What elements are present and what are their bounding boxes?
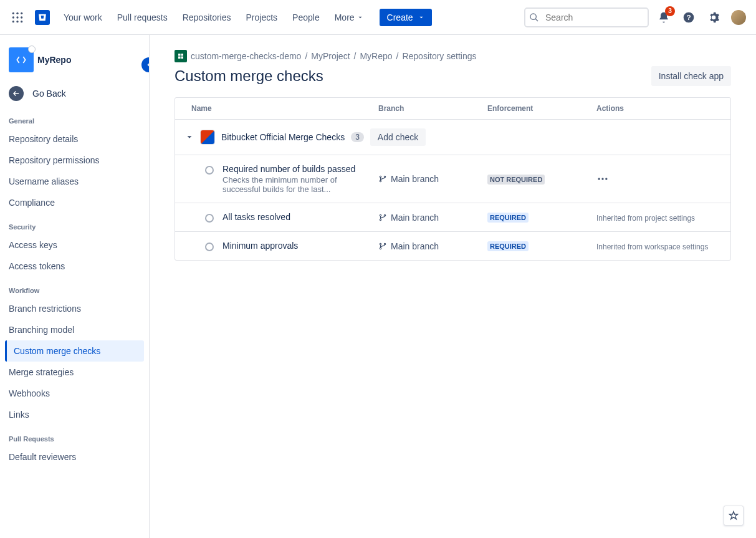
- radio-icon[interactable]: [205, 166, 214, 175]
- nav-more[interactable]: More: [328, 9, 370, 26]
- arrow-left-icon: [9, 86, 24, 101]
- repo-name: MyRepo: [37, 55, 71, 65]
- svg-point-7: [16, 21, 18, 22]
- svg-text:?: ?: [686, 13, 691, 21]
- workspace-icon: [175, 50, 187, 62]
- more-actions-button[interactable]: [596, 173, 720, 185]
- nav-pull-requests[interactable]: Pull requests: [111, 9, 174, 26]
- svg-point-27: [380, 247, 381, 249]
- radio-icon[interactable]: [205, 214, 214, 223]
- sidebar-item-access-tokens[interactable]: Access tokens: [0, 256, 149, 277]
- sidebar-item-merge-strategies[interactable]: Merge strategies: [0, 362, 149, 383]
- radio-icon[interactable]: [205, 243, 214, 251]
- actions-cell: Inherited from workspace settings: [596, 241, 720, 251]
- sidebar-item-compliance[interactable]: Compliance: [0, 192, 149, 213]
- sidebar-item-access-keys[interactable]: Access keys: [0, 234, 149, 256]
- breadcrumb-sep: /: [396, 51, 399, 61]
- create-button[interactable]: Create: [380, 9, 432, 26]
- sidebar-item-username-aliases[interactable]: Username aliases: [0, 171, 149, 192]
- enforcement-cell: REQUIRED: [487, 241, 596, 251]
- sidebar-item-links[interactable]: Links: [0, 404, 149, 425]
- sidebar-item-repository-permissions[interactable]: Repository permissions: [0, 150, 149, 171]
- check-title: All tasks resolved: [222, 212, 290, 222]
- svg-rect-15: [178, 57, 181, 59]
- check-name-cell: Required number of builds passedChecks t…: [185, 164, 378, 194]
- svg-point-3: [12, 16, 14, 18]
- go-back-button[interactable]: Go Back: [0, 80, 149, 107]
- notification-badge: 3: [665, 6, 675, 16]
- svg-point-25: [384, 214, 385, 216]
- inherited-text: Inherited from workspace settings: [596, 243, 708, 251]
- branch-name: Main branch: [391, 241, 439, 251]
- sidebar-item-webhooks[interactable]: Webhooks: [0, 383, 149, 404]
- search-icon: [529, 12, 539, 22]
- app-switcher-icon[interactable]: [7, 7, 27, 27]
- repo-sub-icon: [28, 46, 36, 53]
- feedback-button[interactable]: [724, 506, 744, 526]
- search-input[interactable]: [524, 7, 649, 27]
- check-title: Minimum approvals: [222, 241, 298, 251]
- bitbucket-logo-icon[interactable]: [35, 10, 50, 25]
- install-check-app-button[interactable]: Install check app: [651, 66, 731, 86]
- top-nav: Your work Pull requests Repositories Pro…: [0, 0, 756, 35]
- sidebar-section-title: Security: [0, 213, 149, 234]
- breadcrumb-settings[interactable]: Repository settings: [402, 51, 476, 61]
- branch-icon: [378, 242, 387, 251]
- help-button[interactable]: ?: [679, 7, 699, 27]
- sidebar: MyRepo Go Back GeneralRepository details…: [0, 35, 150, 538]
- check-description: Checks the minimum number of successful …: [222, 175, 353, 194]
- branch-cell: Main branch: [378, 213, 487, 223]
- nav-your-work[interactable]: Your work: [57, 9, 108, 26]
- sidebar-item-repository-details[interactable]: Repository details: [0, 128, 149, 150]
- profile-avatar[interactable]: [729, 7, 749, 27]
- chevron-down-icon: [357, 14, 363, 21]
- sidebar-item-branching-model[interactable]: Branching model: [0, 319, 149, 340]
- page-title: Custom merge checks: [175, 67, 323, 85]
- col-enforcement: Enforcement: [487, 104, 596, 113]
- nav-projects[interactable]: Projects: [240, 9, 284, 26]
- group-name: Bitbucket Official Merge Checks: [221, 132, 345, 142]
- chevron-down-icon: [418, 14, 424, 21]
- add-check-button[interactable]: Add check: [370, 128, 426, 146]
- branch-icon: [378, 175, 387, 183]
- notifications-button[interactable]: 3: [654, 7, 674, 27]
- check-title: Required number of builds passed: [222, 164, 355, 174]
- settings-button[interactable]: [704, 7, 724, 27]
- check-row: All tasks resolvedMain branchREQUIREDInh…: [175, 203, 730, 232]
- header-right: 3 ?: [524, 7, 749, 27]
- table-header: Name Branch Enforcement Actions: [175, 98, 730, 120]
- breadcrumb-workspace[interactable]: custom-merge-checks-demo: [191, 51, 301, 61]
- branch-name: Main branch: [391, 213, 439, 223]
- sidebar-section-title: Pull Requests: [0, 425, 149, 446]
- sidebar-item-branch-restrictions[interactable]: Branch restrictions: [0, 298, 149, 319]
- svg-point-23: [380, 214, 381, 216]
- nav-repositories[interactable]: Repositories: [176, 9, 237, 26]
- group-header: Bitbucket Official Merge Checks 3 Add ch…: [185, 128, 426, 146]
- nav-more-label: More: [335, 12, 355, 22]
- enforcement-badge: NOT REQUIRED: [487, 175, 545, 185]
- nav-links: Your work Pull requests Repositories Pro…: [57, 9, 370, 26]
- go-back-label: Go Back: [32, 89, 66, 98]
- svg-point-6: [12, 21, 14, 22]
- breadcrumb-sep: /: [305, 51, 307, 61]
- sidebar-item-default-reviewers[interactable]: Default reviewers: [0, 446, 149, 468]
- nav-people[interactable]: People: [286, 9, 326, 26]
- col-name: Name: [185, 104, 378, 113]
- svg-line-10: [535, 19, 538, 21]
- svg-point-8: [21, 21, 22, 22]
- breadcrumb-repo[interactable]: MyRepo: [360, 51, 392, 61]
- svg-rect-13: [178, 54, 181, 56]
- main-content: custom-merge-checks-demo / MyProject / M…: [150, 35, 756, 538]
- svg-point-4: [16, 16, 18, 18]
- breadcrumb: custom-merge-checks-demo / MyProject / M…: [175, 50, 731, 62]
- enforcement-cell: REQUIRED: [487, 212, 596, 223]
- inherited-text: Inherited from project settings: [596, 214, 695, 223]
- chevron-down-icon[interactable]: [185, 133, 194, 142]
- col-actions: Actions: [596, 104, 720, 113]
- enforcement-cell: NOT REQUIRED: [487, 174, 596, 185]
- svg-point-2: [21, 12, 22, 14]
- breadcrumb-sep: /: [354, 51, 356, 61]
- breadcrumb-project[interactable]: MyProject: [311, 51, 350, 61]
- sidebar-item-custom-merge-checks[interactable]: Custom merge checks: [5, 340, 144, 362]
- svg-point-28: [384, 243, 385, 244]
